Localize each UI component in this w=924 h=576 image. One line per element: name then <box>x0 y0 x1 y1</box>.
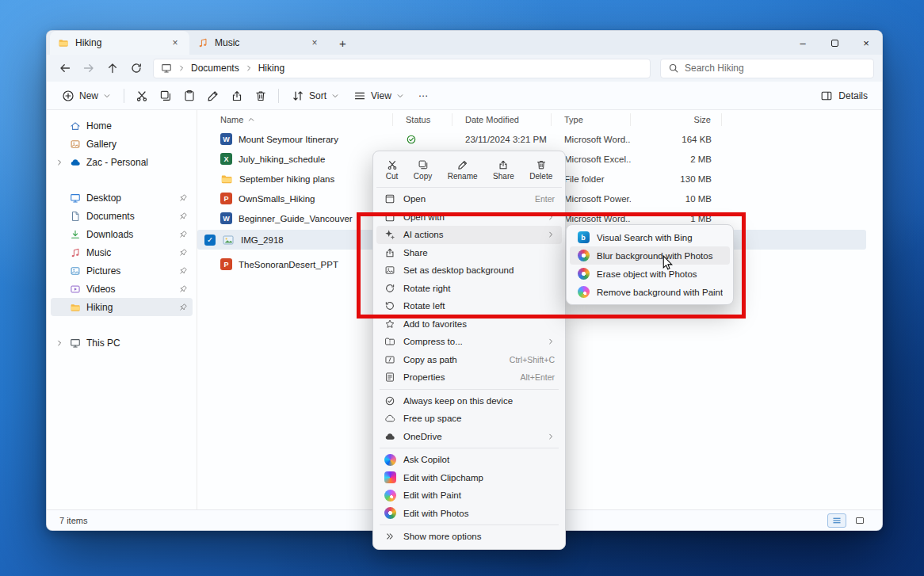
file-name: Mount Seymour Itinerary <box>239 135 338 144</box>
downloads-icon <box>70 229 81 240</box>
desktop-icon <box>70 193 81 204</box>
menu-item-edit-with-clipchamp[interactable]: Edit with Clipchamp <box>376 469 562 487</box>
folder-icon <box>220 173 233 185</box>
navigation-bar: Documents Hiking <box>47 55 882 82</box>
delete-button[interactable]: Delete <box>525 157 557 183</box>
sidebar-item-pictures[interactable]: Pictures <box>51 261 193 280</box>
cut-button[interactable]: Cut <box>381 157 403 183</box>
menu-item-label: Compress to... <box>403 337 540 346</box>
sidebar-gap <box>49 316 194 334</box>
back-button[interactable] <box>53 57 77 79</box>
sidebar-item-label: Zac - Personal <box>86 157 148 168</box>
sidebar-item-music[interactable]: Music <box>51 243 193 261</box>
column-header-date-modified[interactable]: Date Modified <box>452 113 552 126</box>
new-tab-button[interactable]: + <box>329 31 357 55</box>
close-tab-icon[interactable]: × <box>308 36 321 49</box>
view-icon <box>353 90 366 102</box>
menu-shortcut: Alt+Enter <box>521 372 555 382</box>
menu-item-copy-as-path[interactable]: Copy as path Ctrl+Shift+C <box>376 351 562 369</box>
refresh-button[interactable] <box>124 57 148 79</box>
powerpoint-file-icon: P <box>220 258 232 270</box>
chevron-right-icon[interactable] <box>54 339 64 347</box>
menu-shortcut: Ctrl+Shift+C <box>510 355 555 364</box>
sync-status-icon <box>406 134 417 145</box>
gallery-icon <box>70 139 81 150</box>
column-header-type[interactable]: Type <box>552 113 631 126</box>
menu-item-ask-copilot[interactable]: Ask Copilot <box>376 451 562 469</box>
share-button[interactable]: Share <box>488 157 519 183</box>
checkbox-checked[interactable]: ✓ <box>204 235 216 246</box>
close-tab-icon[interactable]: × <box>169 36 181 49</box>
sidebar-item-this-pc[interactable]: This PC <box>51 334 193 352</box>
sidebar-item-hiking[interactable]: Hiking <box>51 298 193 316</box>
menu-item-label: Always keep on this device <box>403 396 555 406</box>
chevron-right-icon <box>178 64 185 72</box>
submenu-chevron-icon <box>547 433 555 441</box>
search-input[interactable] <box>685 63 866 74</box>
up-button[interactable] <box>101 57 124 79</box>
menu-item-onedrive[interactable]: OneDrive <box>376 428 562 446</box>
properties-icon <box>384 372 396 383</box>
documents-icon <box>70 211 81 222</box>
file-date: 23/11/2024 3:21 PM <box>452 135 552 144</box>
menu-item-compress-to[interactable]: Compress to... <box>376 333 562 351</box>
rename-button[interactable] <box>201 85 225 107</box>
column-header-status[interactable]: Status <box>393 113 452 126</box>
chevron-right-icon[interactable] <box>54 158 64 166</box>
sort-button[interactable]: Sort <box>284 85 346 107</box>
menu-item-properties[interactable]: Properties Alt+Enter <box>376 368 562 387</box>
menu-item-edit-with-photos[interactable]: Edit with Photos <box>376 505 562 523</box>
paste-button[interactable] <box>178 85 201 107</box>
share-button[interactable] <box>225 85 249 107</box>
breadcrumb-documents[interactable]: Documents <box>191 63 239 74</box>
tab-hiking[interactable]: Hiking × <box>50 31 189 55</box>
menu-item-free-up-space[interactable]: Free up space <box>376 410 562 428</box>
sidebar-item-home[interactable]: Home <box>51 116 193 135</box>
search-box[interactable] <box>660 59 874 78</box>
thumbnail-view-button[interactable] <box>850 513 869 528</box>
file-row[interactable]: WMount Seymour Itinerary 23/11/2024 3:21… <box>197 129 882 149</box>
breadcrumb-hiking[interactable]: Hiking <box>258 63 284 74</box>
menu-item-always-keep-on-device[interactable]: Always keep on this device <box>376 392 562 410</box>
sidebar-item-downloads[interactable]: Downloads <box>51 225 193 243</box>
new-button[interactable]: New <box>55 85 118 107</box>
sidebar-item-gallery[interactable]: Gallery <box>51 135 193 153</box>
details-view-button[interactable] <box>827 513 846 528</box>
menu-item-open[interactable]: Open Enter <box>376 190 562 208</box>
column-header-name[interactable]: Name <box>201 113 393 126</box>
menu-item-edit-with-paint[interactable]: Edit with Paint <box>376 486 562 505</box>
close-button[interactable]: × <box>850 31 882 55</box>
toolbar-separator <box>278 89 279 103</box>
address-bar[interactable]: Documents Hiking <box>153 59 651 78</box>
minimize-button[interactable]: – <box>787 31 819 55</box>
copy-button[interactable] <box>154 85 178 107</box>
see-more-button[interactable]: ⋯ <box>411 85 435 107</box>
rename-button[interactable]: Rename <box>443 157 483 183</box>
clipchamp-icon <box>384 471 396 483</box>
details-pane-button[interactable]: Details <box>814 90 874 102</box>
forward-button[interactable] <box>77 57 101 79</box>
delete-button[interactable] <box>249 85 273 107</box>
cut-button[interactable] <box>130 85 154 107</box>
menu-item-show-more-options[interactable]: Show more options <box>376 528 562 546</box>
tab-music[interactable]: Music × <box>189 31 329 55</box>
sidebar-item-onedrive-personal[interactable]: Zac - Personal <box>51 153 193 171</box>
sidebar-item-desktop[interactable]: Desktop <box>51 189 193 207</box>
sidebar-item-label: Pictures <box>86 265 120 277</box>
quick-action-label: Rename <box>448 172 478 181</box>
desktop-wallpaper: Hiking × Music × + – × Documents Hiking <box>0 0 924 576</box>
view-button[interactable]: View <box>346 85 411 107</box>
copy-icon <box>418 159 429 170</box>
sidebar-item-videos[interactable]: Videos <box>51 280 193 298</box>
sidebar-item-label: Gallery <box>86 139 116 150</box>
column-header-size[interactable]: Size <box>631 113 722 126</box>
sidebar-item-documents[interactable]: Documents <box>51 207 193 225</box>
sort-icon <box>292 90 304 102</box>
sort-button-label: Sort <box>309 90 326 101</box>
menu-shortcut: Enter <box>535 194 555 204</box>
maximize-button[interactable] <box>819 31 850 55</box>
folder-icon <box>58 37 69 48</box>
copy-button[interactable]: Copy <box>409 157 437 183</box>
pin-icon <box>178 248 188 257</box>
pin-icon <box>178 266 188 276</box>
